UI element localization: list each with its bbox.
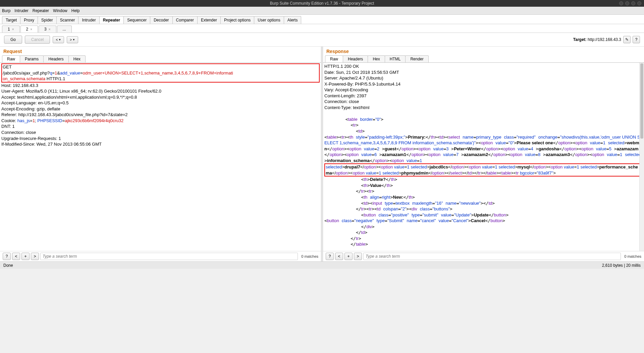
response-tab-html[interactable]: HTML bbox=[385, 55, 406, 62]
response-panel: Response Raw Headers Hex HTML Render HTT… bbox=[323, 47, 644, 261]
request-tab-params[interactable]: Params bbox=[20, 55, 44, 62]
response-search-input[interactable] bbox=[363, 253, 621, 260]
close-icon[interactable]: × bbox=[30, 28, 32, 31]
window-titlebar: Burp Suite Community Edition v1.7.36 - T… bbox=[0, 0, 644, 7]
search-options-button[interactable]: ? bbox=[3, 253, 11, 260]
dropdown-icon: ▼ bbox=[58, 38, 61, 41]
cancel-button[interactable]: Cancel bbox=[25, 36, 50, 44]
tab-user-options[interactable]: User options bbox=[254, 16, 284, 24]
restore-icon[interactable] bbox=[631, 1, 635, 5]
repeater-sub-tabs: 1× 2× 3× ... bbox=[0, 24, 644, 33]
minimize-icon[interactable] bbox=[619, 1, 623, 5]
menu-window[interactable]: Window bbox=[53, 8, 67, 13]
request-highlight-box: GET /jabcd0cs/ajax_udf.php?q=1&add_value… bbox=[1, 63, 320, 83]
close-icon[interactable]: × bbox=[49, 28, 51, 31]
tab-intruder[interactable]: Intruder bbox=[78, 16, 99, 24]
tab-proxy[interactable]: Proxy bbox=[20, 16, 38, 24]
search-prev-button[interactable]: < bbox=[12, 253, 20, 260]
sub-tab-more[interactable]: ... bbox=[57, 26, 72, 33]
response-tab-hex[interactable]: Hex bbox=[368, 55, 385, 62]
tab-target[interactable]: Target bbox=[2, 16, 20, 24]
tab-repeater[interactable]: Repeater bbox=[99, 16, 124, 24]
statusbar: Done 2,610 bytes | 20 millis bbox=[0, 261, 644, 269]
tab-alerts[interactable]: Alerts bbox=[284, 16, 302, 24]
menu-burp[interactable]: Burp bbox=[2, 8, 10, 13]
response-title: Response bbox=[323, 47, 644, 55]
response-search-bar: ? < + > 0 matches bbox=[323, 251, 644, 261]
window-controls bbox=[619, 1, 641, 5]
close-icon[interactable]: × bbox=[12, 28, 14, 31]
sub-tab-2[interactable]: 2× bbox=[20, 26, 38, 33]
status-left: Done bbox=[3, 263, 13, 268]
window-title: Burp Suite Community Edition v1.7.36 - T… bbox=[270, 1, 374, 6]
menubar: Burp Intruder Repeater Window Help bbox=[0, 7, 644, 15]
tab-sequencer[interactable]: Sequencer bbox=[123, 16, 150, 24]
sub-tab-3[interactable]: 3× bbox=[39, 26, 56, 33]
chevron-right-icon: > bbox=[70, 38, 72, 42]
request-tabs: Raw Params Headers Hex bbox=[0, 55, 321, 63]
search-prev-button[interactable]: < bbox=[335, 253, 343, 260]
request-search-input[interactable] bbox=[40, 253, 298, 260]
response-tab-render[interactable]: Render bbox=[405, 55, 428, 62]
edit-target-button[interactable]: ✎ bbox=[623, 36, 631, 43]
sub-tab-1[interactable]: 1× bbox=[2, 26, 20, 33]
request-tab-headers[interactable]: Headers bbox=[43, 55, 68, 62]
menu-repeater[interactable]: Repeater bbox=[33, 8, 49, 13]
request-tab-raw[interactable]: Raw bbox=[2, 55, 20, 62]
repeater-toolbar: Go Cancel <▼ >▼ Target: http://192.168.4… bbox=[0, 33, 644, 47]
search-next-button[interactable]: > bbox=[31, 253, 39, 260]
history-forward-button[interactable]: >▼ bbox=[67, 36, 78, 43]
tab-spider[interactable]: Spider bbox=[38, 16, 57, 24]
request-tab-hex[interactable]: Hex bbox=[68, 55, 86, 62]
close-icon[interactable] bbox=[637, 1, 641, 5]
main-tabs: Target Proxy Spider Scanner Intruder Rep… bbox=[0, 15, 644, 24]
request-search-bar: ? < + > 0 matches bbox=[0, 251, 321, 261]
tab-extender[interactable]: Extender bbox=[197, 16, 221, 24]
tab-comparer[interactable]: Comparer bbox=[172, 16, 198, 24]
search-add-button[interactable]: + bbox=[344, 253, 353, 260]
response-viewer[interactable]: HTTP/1.1 200 OK Date: Sun, 21 Oct 2018 1… bbox=[323, 63, 644, 251]
response-tabs: Raw Headers Hex HTML Render bbox=[323, 55, 644, 63]
request-panel: Request Raw Params Headers Hex GET /jabc… bbox=[0, 47, 321, 261]
menu-help[interactable]: Help bbox=[71, 8, 80, 13]
request-editor[interactable]: GET /jabcd0cs/ajax_udf.php?q=1&add_value… bbox=[0, 63, 321, 251]
menu-intruder[interactable]: Intruder bbox=[14, 8, 28, 13]
status-right: 2,610 bytes | 20 millis bbox=[602, 263, 641, 268]
scroll-thumb[interactable] bbox=[640, 63, 643, 139]
response-tab-raw[interactable]: Raw bbox=[325, 55, 343, 62]
response-highlight-box: selected>drupal7</option><option value=1… bbox=[324, 163, 643, 176]
target-label: Target: http://192.168.43.3 bbox=[573, 37, 621, 42]
search-next-button[interactable]: > bbox=[354, 253, 362, 260]
pencil-icon: ✎ bbox=[625, 37, 629, 42]
dropdown-icon: ▼ bbox=[72, 38, 75, 41]
search-add-button[interactable]: + bbox=[21, 253, 30, 260]
request-match-count: 0 matches bbox=[301, 254, 318, 258]
maximize-icon[interactable] bbox=[625, 1, 629, 5]
tab-project-options[interactable]: Project options bbox=[220, 16, 254, 24]
search-options-button[interactable]: ? bbox=[326, 253, 334, 260]
repeater-panels: Request Raw Params Headers Hex GET /jabc… bbox=[0, 47, 644, 261]
history-back-button[interactable]: <▼ bbox=[53, 36, 64, 43]
scrollbar[interactable] bbox=[639, 63, 644, 251]
request-title: Request bbox=[0, 47, 321, 55]
chevron-left-icon: < bbox=[56, 38, 58, 42]
go-button[interactable]: Go bbox=[4, 36, 22, 44]
question-icon: ? bbox=[635, 37, 638, 42]
help-button[interactable]: ? bbox=[633, 36, 640, 43]
tab-decoder[interactable]: Decoder bbox=[150, 16, 172, 24]
tab-scanner[interactable]: Scanner bbox=[56, 16, 79, 24]
response-tab-headers[interactable]: Headers bbox=[343, 55, 368, 62]
response-match-count: 0 matches bbox=[624, 254, 641, 258]
